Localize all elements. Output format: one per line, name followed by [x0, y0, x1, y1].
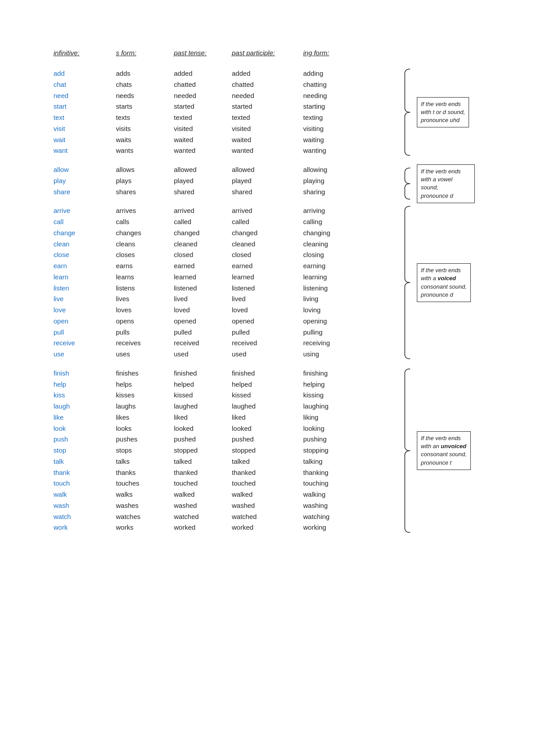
- verb-form-1: visits: [116, 123, 174, 135]
- table-row: waitwaitswaitedwaitedwaiting: [54, 135, 401, 146]
- header-ing-form: ing form:: [303, 49, 361, 57]
- verb-form-2: cleaned: [174, 239, 232, 250]
- verb-infinitive: add: [54, 68, 116, 79]
- verb-form-1: pushes: [116, 434, 174, 445]
- verb-form-2: talked: [174, 456, 232, 467]
- verb-form-3: added: [232, 68, 303, 79]
- table-row: changechangeschangedchangedchanging: [54, 228, 401, 239]
- bracket-svg: [401, 205, 417, 360]
- verb-form-3: wanted: [232, 145, 303, 156]
- table-row: closeclosesclosedclosedclosing: [54, 249, 401, 261]
- verb-form-2: learned: [174, 272, 232, 283]
- verb-form-3: shared: [232, 187, 303, 198]
- verb-form-4: earning: [303, 261, 361, 272]
- verb-form-3: liked: [232, 412, 303, 423]
- verb-form-1: finishes: [116, 368, 174, 379]
- verb-infinitive: watch: [54, 511, 116, 523]
- verb-form-4: closing: [303, 249, 361, 261]
- verb-form-3: laughed: [232, 401, 303, 412]
- bracket-annotation-voiced-consonant: If the verb endswith a voicedconsonant s…: [401, 205, 495, 360]
- verb-infinitive: receive: [54, 338, 116, 349]
- verb-form-3: lived: [232, 294, 303, 305]
- verb-form-1: receives: [116, 338, 174, 349]
- verb-form-2: looked: [174, 423, 232, 434]
- table-row: washwasheswashedwashedwashing: [54, 500, 401, 511]
- verb-form-2: texted: [174, 112, 232, 123]
- verb-form-3: texted: [232, 112, 303, 123]
- verb-infinitive: clean: [54, 239, 116, 250]
- table-row: receivereceivesreceivedreceivedreceiving: [54, 338, 401, 349]
- bracket-svg: [401, 68, 417, 156]
- verb-infinitive: play: [54, 176, 116, 187]
- verb-infinitive: start: [54, 101, 116, 112]
- verb-form-2: used: [174, 349, 232, 360]
- verb-form-1: earns: [116, 261, 174, 272]
- annotations-column: If the verb endswith t or d sound,pronou…: [401, 49, 499, 533]
- verb-form-2: thanked: [174, 467, 232, 478]
- verb-form-2: needed: [174, 90, 232, 102]
- verb-form-2: washed: [174, 500, 232, 511]
- verb-form-1: uses: [116, 349, 174, 360]
- verb-form-1: wants: [116, 145, 174, 156]
- verb-infinitive: change: [54, 228, 116, 239]
- table-row: playplaysplayedplayedplaying: [54, 176, 401, 187]
- verb-form-2: stopped: [174, 445, 232, 456]
- verb-form-4: playing: [303, 176, 361, 187]
- verb-infinitive: live: [54, 294, 116, 305]
- verb-form-1: texts: [116, 112, 174, 123]
- verb-form-1: washes: [116, 500, 174, 511]
- verb-infinitive: arrive: [54, 205, 116, 217]
- table-row: addaddsaddedaddedadding: [54, 68, 401, 79]
- table-row: watchwatcheswatchedwatchedwatching: [54, 511, 401, 523]
- verb-form-3: played: [232, 176, 303, 187]
- table-row: finishfinishesfinishedfinishedfinishing: [54, 368, 401, 379]
- verb-form-1: plays: [116, 176, 174, 187]
- table-row: chatchatschattedchattedchatting: [54, 79, 401, 90]
- verb-form-2: pulled: [174, 327, 232, 338]
- verb-form-4: liking: [303, 412, 361, 423]
- verb-form-1: calls: [116, 217, 174, 228]
- verb-form-3: pushed: [232, 434, 303, 445]
- verb-form-4: allowing: [303, 164, 361, 176]
- verb-infinitive: chat: [54, 79, 116, 90]
- verb-form-4: thanking: [303, 467, 361, 478]
- table-row: startstartsstartedstartedstarting: [54, 101, 401, 112]
- verb-form-4: washing: [303, 500, 361, 511]
- verb-form-1: starts: [116, 101, 174, 112]
- verb-form-3: worked: [232, 522, 303, 533]
- bracket-annotation-vowel-sound: If the verb endswith a vowel sound,prono…: [401, 164, 495, 203]
- table-row: helphelpshelpedhelpedhelping: [54, 379, 401, 390]
- verb-form-4: kissing: [303, 390, 361, 401]
- table-headers: infinitive: s form: past tense: past par…: [54, 49, 401, 60]
- verb-infinitive: want: [54, 145, 116, 156]
- verb-form-2: started: [174, 101, 232, 112]
- verb-form-2: arrived: [174, 205, 232, 217]
- verb-infinitive: stop: [54, 445, 116, 456]
- verb-form-4: touching: [303, 478, 361, 489]
- verb-infinitive: visit: [54, 123, 116, 135]
- table-row: visitvisitsvisitedvisitedvisiting: [54, 123, 401, 135]
- bracket-note-vowel-sound: If the verb endswith a vowel sound,prono…: [417, 164, 475, 203]
- verb-form-3: learned: [232, 272, 303, 283]
- bracket-annotation-t-d-sound: If the verb endswith t or d sound,pronou…: [401, 68, 495, 156]
- verb-form-2: wanted: [174, 145, 232, 156]
- verb-infinitive: need: [54, 90, 116, 102]
- table-row: kisskisseskissedkissedkissing: [54, 390, 401, 401]
- verb-form-4: listening: [303, 283, 361, 294]
- verb-form-4: using: [303, 349, 361, 360]
- verb-form-3: closed: [232, 249, 303, 261]
- verb-infinitive: close: [54, 249, 116, 261]
- table-row: wantwantswantedwantedwanting: [54, 145, 401, 156]
- table-row: needneedsneededneededneeding: [54, 90, 401, 102]
- verb-form-4: needing: [303, 90, 361, 102]
- table-row: liveliveslivedlivedliving: [54, 294, 401, 305]
- verb-form-4: living: [303, 294, 361, 305]
- verb-form-1: allows: [116, 164, 174, 176]
- table-row: workworksworkedworkedworking: [54, 522, 401, 533]
- header-infinitive: infinitive:: [54, 49, 116, 57]
- verb-form-1: kisses: [116, 390, 174, 401]
- verb-form-3: touched: [232, 478, 303, 489]
- verb-form-1: cleans: [116, 239, 174, 250]
- verb-infinitive: text: [54, 112, 116, 123]
- verb-infinitive: use: [54, 349, 116, 360]
